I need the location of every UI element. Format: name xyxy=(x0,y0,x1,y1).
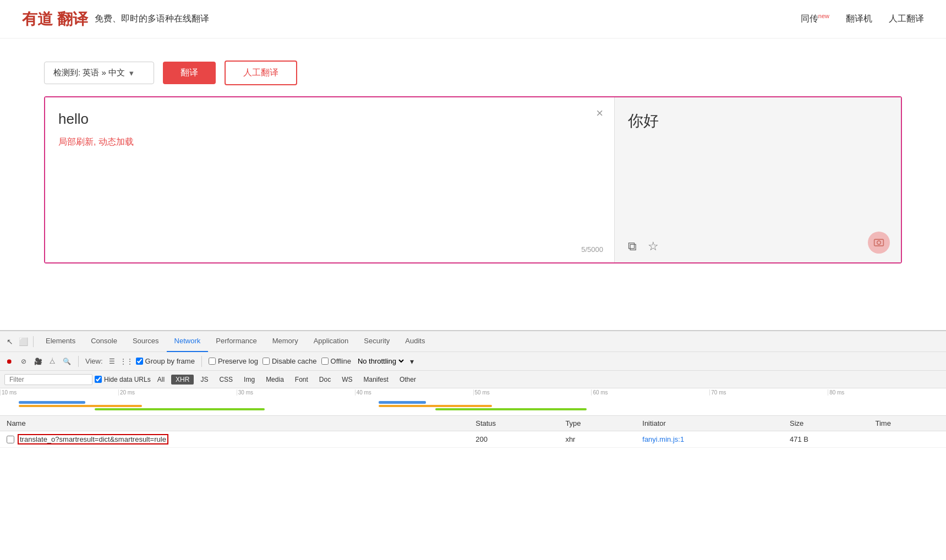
preserve-log-label[interactable]: Preserve log xyxy=(209,357,258,365)
svg-point-1 xyxy=(877,241,881,245)
tick-20ms: 20 ms xyxy=(118,389,237,396)
col-status[interactable]: Status xyxy=(469,416,559,431)
row-size: 471 B xyxy=(783,431,868,448)
pointer-icon[interactable]: ↖ xyxy=(4,336,15,347)
filter-btn-xhr[interactable]: XHR xyxy=(171,375,194,385)
header: 有道 翻译 免费、即时的多语种在线翻译 同传new 翻译机 人工翻译 xyxy=(0,0,946,39)
table-row[interactable]: translate_o?smartresult=dict&smartresult… xyxy=(0,431,946,448)
tab-console[interactable]: Console xyxy=(83,331,125,352)
initiator-link[interactable]: fanyi.min.js:1 xyxy=(642,435,684,443)
filter-btn-doc[interactable]: Doc xyxy=(315,375,335,385)
header-nav: 同传new 翻译机 人工翻译 xyxy=(801,13,924,25)
row-name: translate_o?smartresult=dict&smartresult… xyxy=(0,431,469,448)
network-table-container: Name Status Type Initiator Size Time tra… xyxy=(0,416,946,460)
col-size[interactable]: Size xyxy=(783,416,868,431)
logo-subtitle: 免费、即时的多语种在线翻译 xyxy=(95,13,209,25)
offline-checkbox[interactable] xyxy=(321,358,329,365)
row-time xyxy=(868,431,946,448)
col-name[interactable]: Name xyxy=(0,416,469,431)
copy-icon[interactable]: ⧉ xyxy=(628,239,637,254)
record-button[interactable]: ⏺ xyxy=(4,356,14,366)
col-type[interactable]: Type xyxy=(559,416,636,431)
tree-view-icon[interactable]: ⋮⋮ xyxy=(122,356,132,366)
tick-50ms: 50 ms xyxy=(473,389,592,396)
nav-item-tongchuan[interactable]: 同传new xyxy=(801,13,829,25)
output-text: 你好 xyxy=(628,111,888,131)
timeline-bars xyxy=(0,400,946,413)
language-selector[interactable]: 检测到: 英语 » 中文 ▾ xyxy=(44,62,154,84)
tab-network[interactable]: Network xyxy=(167,331,209,352)
nav-item-yijiji[interactable]: 翻译机 xyxy=(846,13,872,25)
lang-row: 检测到: 英语 » 中文 ▾ 翻译 人工翻译 xyxy=(44,61,902,85)
request-name-highlighted: translate_o?smartresult=dict&smartresult… xyxy=(18,434,168,444)
char-count: 5/5000 xyxy=(581,245,603,254)
device-icon[interactable]: ⬜ xyxy=(18,336,29,347)
tick-40ms: 40 ms xyxy=(355,389,473,396)
group-by-frame-label[interactable]: Group by frame xyxy=(136,357,195,365)
filter-input[interactable] xyxy=(4,374,92,385)
tab-application[interactable]: Application xyxy=(306,331,357,352)
filter-btn-manifest[interactable]: Manifest xyxy=(359,375,393,385)
output-actions: ⧉ ☆ xyxy=(628,239,659,254)
devtools-panel: ↖ ⬜ Elements Console Sources Network Per… xyxy=(0,330,946,560)
timeline-bar-blue-2 xyxy=(379,401,426,404)
tab-performance[interactable]: Performance xyxy=(208,331,264,352)
stop-recording-icon[interactable]: ⊘ xyxy=(19,356,29,366)
offline-label[interactable]: Offline xyxy=(321,357,351,365)
chevron-down-icon: ▾ xyxy=(129,68,134,78)
row-type: xhr xyxy=(559,431,636,448)
tick-80ms: 80 ms xyxy=(828,389,946,396)
disable-cache-label[interactable]: Disable cache xyxy=(263,357,317,365)
timeline-bar-green-1 xyxy=(95,408,265,410)
filter-btn-all[interactable]: All xyxy=(153,375,169,385)
logo-text: 有道 翻译 xyxy=(22,9,88,30)
tab-security[interactable]: Security xyxy=(356,331,397,352)
timeline-bar-orange-1 xyxy=(19,405,141,407)
tab-audits[interactable]: Audits xyxy=(397,331,433,352)
nav-item-human[interactable]: 人工翻译 xyxy=(889,13,924,25)
hide-data-urls-label[interactable]: Hide data URLs xyxy=(95,376,151,383)
tick-30ms: 30 ms xyxy=(237,389,355,396)
group-by-frame-checkbox[interactable] xyxy=(136,358,143,365)
throttle-dropdown-icon[interactable]: ▾ xyxy=(410,357,414,366)
input-box[interactable]: hello 局部刷新, 动态加载 × 5/5000 xyxy=(45,97,615,262)
filter-row: Hide data URLs All XHR JS CSS Img Media … xyxy=(0,371,946,388)
filter-btn-other[interactable]: Other xyxy=(395,375,420,385)
translate-button[interactable]: 翻译 xyxy=(163,62,216,84)
search-icon[interactable]: 🔍 xyxy=(62,356,72,366)
throttle-select[interactable]: No throttling xyxy=(356,356,406,366)
separator2 xyxy=(201,356,202,367)
filter-btn-js[interactable]: JS xyxy=(196,375,212,385)
filter-btn-css[interactable]: CSS xyxy=(215,375,237,385)
timeline-ruler: 10 ms 20 ms 30 ms 40 ms 50 ms 60 ms 70 m… xyxy=(0,388,946,399)
human-translate-button[interactable]: 人工翻译 xyxy=(225,61,297,85)
clear-input-button[interactable]: × xyxy=(596,106,603,120)
tab-memory[interactable]: Memory xyxy=(265,331,306,352)
timeline-bar-orange-2 xyxy=(379,405,492,407)
translation-area: hello 局部刷新, 动态加载 × 5/5000 你好 ⧉ ☆ xyxy=(44,96,902,263)
filter-btn-font[interactable]: Font xyxy=(291,375,313,385)
tab-elements[interactable]: Elements xyxy=(38,331,83,352)
col-time[interactable]: Time xyxy=(868,416,946,431)
row-select-checkbox[interactable] xyxy=(7,436,14,443)
favorite-icon[interactable]: ☆ xyxy=(648,239,659,254)
capture-screenshot-icon[interactable]: 🎥 xyxy=(33,356,43,366)
tab-sources[interactable]: Sources xyxy=(125,331,167,352)
devtools-icon-group: ↖ ⬜ xyxy=(4,336,34,347)
tick-10ms: 10 ms xyxy=(0,389,118,396)
hide-data-urls-checkbox[interactable] xyxy=(95,376,102,383)
filter-btn-media[interactable]: Media xyxy=(261,375,288,385)
filter-btn-ws[interactable]: WS xyxy=(337,375,357,385)
input-text: hello xyxy=(58,111,601,128)
screenshot-button[interactable] xyxy=(868,232,890,254)
preserve-log-checkbox[interactable] xyxy=(209,358,216,365)
disable-cache-checkbox[interactable] xyxy=(263,358,270,365)
col-initiator[interactable]: Initiator xyxy=(636,416,783,431)
list-view-icon[interactable]: ☰ xyxy=(107,356,117,366)
filter-icon[interactable]: ⧊ xyxy=(47,356,57,366)
timeline: 10 ms 20 ms 30 ms 40 ms 50 ms 60 ms 70 m… xyxy=(0,388,946,416)
network-toolbar: ⏺ ⊘ 🎥 ⧊ 🔍 View: ☰ ⋮⋮ Group by frame Pres… xyxy=(0,352,946,371)
network-table: Name Status Type Initiator Size Time tra… xyxy=(0,416,946,448)
filter-btn-img[interactable]: Img xyxy=(239,375,259,385)
row-initiator[interactable]: fanyi.min.js:1 xyxy=(636,431,783,448)
